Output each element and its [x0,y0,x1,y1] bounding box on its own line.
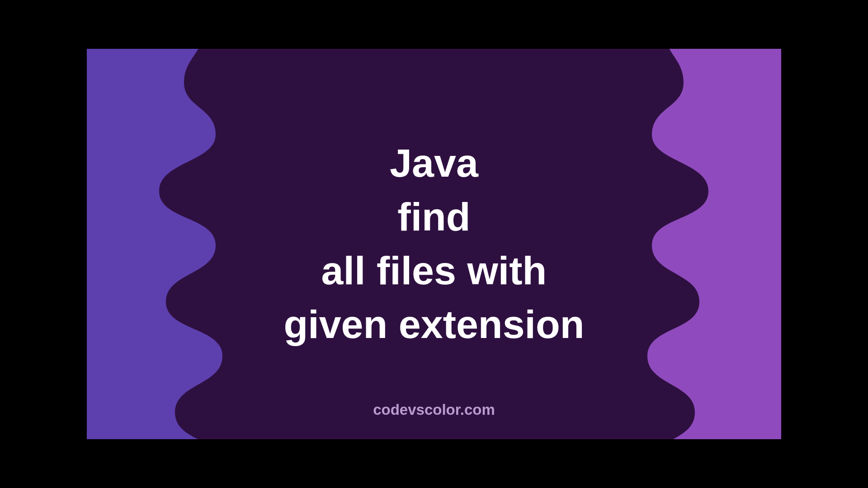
main-title: Java find all files with given extension [283,136,584,351]
title-line-3: all files with [283,244,584,298]
attribution-text: codevscolor.com [87,401,781,418]
title-line-1: Java [283,136,584,190]
title-line-4: given extension [283,298,584,352]
content-area: Java find all files with given extension [87,49,781,439]
graphic-card: Java find all files with given extension… [87,49,781,439]
title-line-2: find [283,190,584,244]
